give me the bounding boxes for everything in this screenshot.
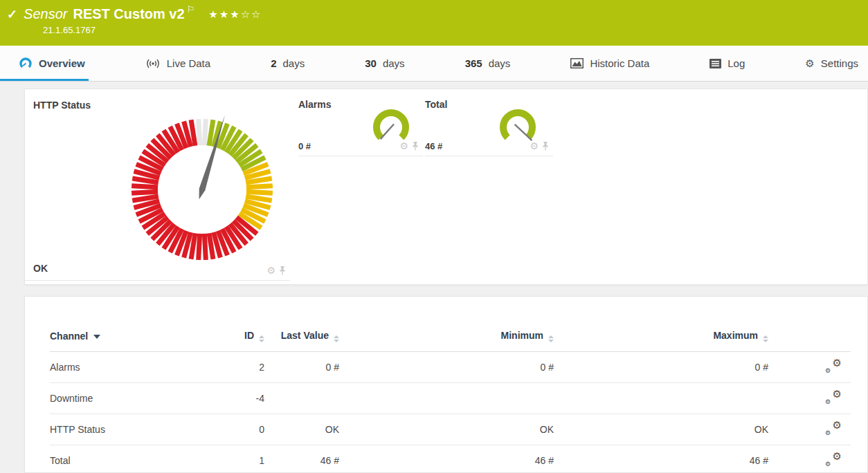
tab-label: Overview [39,57,85,69]
table-row[interactable]: Downtime -4 ⚙⚙ [50,383,851,414]
table-row[interactable]: Alarms 2 0 # 0 # 0 # ⚙⚙ [50,352,851,383]
tab-30-days[interactable]: 30 days [365,46,404,81]
gauge-footer-icons: ⚙ [530,141,549,151]
sensor-version: 21.1.65.1767 [43,25,868,35]
gauge-value: OK [33,263,48,274]
sort-icon [548,335,554,342]
cell-last-value: OK [264,414,339,445]
gauge-footer-icons: ⚙ [266,266,286,275]
cell-maximum: OK [554,414,768,445]
gauge-value: 46 # [425,141,442,151]
gauges-card: HTTP Status OK ⚙ Alarms 0 # ⚙ Total 46 #… [24,89,868,285]
cell-id: 1 [188,445,264,473]
table-header-row: Channel ID Last Value Minimum Maximum [50,330,851,352]
flag-icon[interactable]: ⚐ [187,4,195,15]
stars-empty: ☆☆ [241,8,262,20]
tab-label: days [489,57,511,69]
sort-icon [259,335,264,342]
tab-historic-data[interactable]: Historic Data [570,46,649,81]
gauge-settings-icon[interactable]: ⚙ [399,141,408,151]
tab-number: 365 [465,57,482,69]
cell-channel: Alarms [50,352,188,383]
cell-channel: Total [50,445,188,473]
tab-settings[interactable]: ⚙ Settings [805,46,858,81]
column-label: Minimum [501,330,543,341]
cell-channel: Downtime [50,383,188,414]
sort-icon [334,335,339,342]
gauge-value: 0 # [298,141,311,151]
tab-log[interactable]: Log [709,46,745,81]
page-title: REST Custom v2 [73,6,184,22]
channel-settings-icon[interactable]: ⚙⚙ [825,360,842,373]
tab-365-days[interactable]: 365 days [465,46,511,81]
column-label: Last Value [281,330,329,341]
cell-maximum: 46 # [554,445,768,473]
pin-icon[interactable] [542,142,549,151]
pin-icon[interactable] [279,266,286,275]
cell-actions: ⚙⚙ [768,445,851,473]
cell-minimum [339,383,554,414]
column-header-id[interactable]: ID [188,330,264,352]
tab-label: Settings [821,57,858,69]
channel-settings-icon[interactable]: ⚙⚙ [825,453,842,466]
column-header-last-value[interactable]: Last Value [264,330,339,352]
table-row[interactable]: HTTP Status 0 OK OK OK ⚙⚙ [50,414,851,445]
object-kind-label: Sensor [24,6,67,22]
tab-overview[interactable]: Overview [19,46,85,81]
sensor-header: ✓ Sensor REST Custom v2 ⚐ ★★★☆☆ 21.1.65.… [0,0,868,46]
gauge-settings-icon[interactable]: ⚙ [530,141,539,151]
gear-icon: ⚙ [805,57,814,70]
tab-label: days [283,57,305,69]
tab-number: 2 [271,57,276,69]
gauge-settings-icon[interactable]: ⚙ [266,266,275,275]
tab-number: 30 [365,57,377,69]
column-label: Maximum [713,330,758,341]
cell-minimum: 0 # [339,352,554,383]
cell-channel: HTTP Status [50,414,188,445]
gauge-title: HTTP Status [33,100,91,111]
cell-last-value: 46 # [264,445,339,473]
cell-actions: ⚙⚙ [768,352,851,383]
cell-minimum: 46 # [339,445,554,473]
sort-icon [763,335,768,342]
gauge-title: Total [425,99,447,110]
cell-maximum [554,383,768,414]
table-row[interactable]: Total 1 46 # 46 # 46 # ⚙⚙ [50,445,851,473]
column-header-maximum[interactable]: Maximum [554,330,768,352]
cell-last-value: 0 # [264,352,339,383]
gauge-footer-icons: ⚙ [399,141,419,151]
tab-2-days[interactable]: 2 days [271,46,305,81]
cell-maximum: 0 # [554,352,768,383]
alarms-gauge-panel: Alarms 0 # ⚙ [298,89,423,156]
column-header-minimum[interactable]: Minimum [339,330,554,352]
channels-table: Channel ID Last Value Minimum Maximum Al… [50,330,851,473]
tab-label: Historic Data [590,57,649,69]
cell-id: 2 [188,352,264,383]
tab-label: Log [727,57,745,69]
column-header-channel[interactable]: Channel [50,330,188,352]
tab-label: Live Data [167,57,210,69]
channel-settings-icon[interactable]: ⚙⚙ [825,391,842,404]
gauge-icon [19,57,33,70]
gauge-title: Alarms [298,99,331,110]
area-chart-icon [570,58,584,68]
cell-last-value [264,383,339,414]
channel-settings-icon[interactable]: ⚙⚙ [825,422,842,435]
pin-icon[interactable] [412,142,419,151]
broadcast-icon [145,58,161,69]
http-status-gauge-panel: HTTP Status OK ⚙ [25,89,290,281]
tab-live-data[interactable]: Live Data [145,46,210,81]
status-check-icon: ✓ [7,7,17,22]
column-label: Channel [50,331,88,342]
cell-id: 0 [188,414,264,445]
column-header-actions [768,330,851,352]
total-gauge-panel: Total 46 # ⚙ [425,89,553,156]
channels-table-card: Channel ID Last Value Minimum Maximum Al… [24,296,868,473]
priority-stars[interactable]: ★★★☆☆ [208,8,262,21]
cell-minimum: OK [339,414,554,445]
column-label: ID [244,330,254,341]
cell-actions: ⚙⚙ [768,414,851,445]
cell-id: -4 [188,383,264,414]
sorted-desc-icon [93,335,100,339]
tab-bar: Overview Live Data 2 days 30 days 365 da… [0,46,868,82]
